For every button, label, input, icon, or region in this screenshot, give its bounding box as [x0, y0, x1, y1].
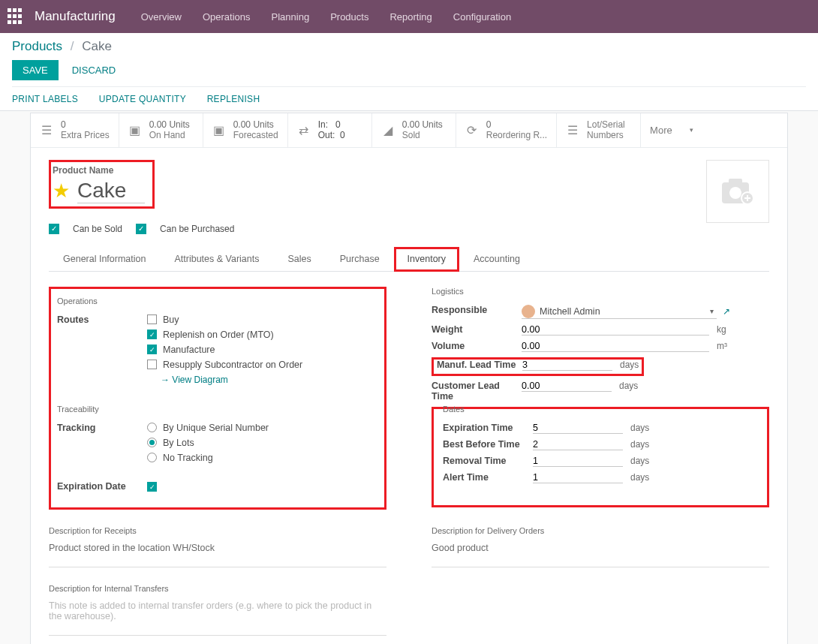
arrow-right-icon: →	[161, 375, 170, 385]
nav-configuration[interactable]: Configuration	[453, 11, 511, 23]
form-toolbar: PRINT LABELS UPDATE QUANTITY REPLENISH	[12, 86, 806, 110]
stat-extra-prices[interactable]: ☰ 0Extra Prices	[31, 113, 119, 147]
list-icon: ☰	[40, 123, 53, 137]
can-be-purchased-label: Can be Purchased	[160, 224, 234, 234]
tracking-serial-radio[interactable]	[147, 423, 157, 432]
topbar: Manufacturing Overview Operations Planni…	[0, 0, 818, 33]
tabs: General Information Attributes & Variant…	[49, 246, 769, 272]
removal-time-label: Removal Time	[443, 456, 533, 466]
tab-accounting[interactable]: Accounting	[459, 246, 534, 271]
can-be-purchased-checkbox[interactable]: ✓	[136, 224, 146, 234]
tab-general-info[interactable]: General Information	[49, 246, 160, 271]
routes-label: Routes	[57, 314, 147, 325]
weight-label: Weight	[432, 324, 522, 335]
tracking-lots-radio[interactable]	[147, 438, 157, 447]
breadcrumb-current: Cake	[82, 39, 112, 53]
best-before-time-label: Best Before Time	[443, 439, 533, 450]
view-diagram-link[interactable]: → View Diagram	[161, 375, 228, 385]
expiration-date-label: Expiration Date	[57, 481, 147, 492]
product-name-block: Product Name ★	[49, 160, 155, 209]
nav-reporting[interactable]: Reporting	[389, 11, 432, 23]
nav-planning[interactable]: Planning	[272, 11, 310, 23]
can-be-sold-label: Can be Sold	[73, 224, 122, 234]
chevron-down-icon: ▾	[690, 126, 693, 134]
stat-lot-serial[interactable]: ☰ Lot/SerialNumbers	[557, 113, 641, 147]
stat-on-hand[interactable]: ▣ 0.00 UnitsOn Hand	[119, 113, 203, 147]
customer-lead-time-label: Customer Lead Time	[432, 381, 522, 402]
desc-delivery-input[interactable]: Good product	[432, 543, 769, 567]
nav-overview[interactable]: Overview	[141, 11, 182, 23]
operations-title: Operations	[57, 296, 375, 305]
route-buy-checkbox[interactable]	[147, 314, 157, 324]
can-be-sold-checkbox[interactable]: ✓	[49, 224, 59, 234]
best-before-time-input[interactable]	[533, 439, 623, 450]
expiration-date-checkbox[interactable]: ✓	[147, 482, 157, 492]
alert-time-label: Alert Time	[443, 472, 533, 483]
update-quantity-button[interactable]: UPDATE QUANTITY	[99, 94, 186, 104]
stat-forecasted[interactable]: ▣ 0.00 UnitsForecasted	[203, 113, 288, 147]
product-name-label: Product Name	[53, 165, 145, 176]
alert-time-input[interactable]	[533, 472, 623, 483]
stat-more[interactable]: More ▾	[641, 113, 702, 147]
barcode-icon: ☰	[566, 123, 579, 137]
stat-buttons: ☰ 0Extra Prices ▣ 0.00 UnitsOn Hand ▣ 0.…	[31, 113, 787, 148]
weight-input[interactable]	[522, 324, 709, 336]
operations-traceability-block: Operations Routes Buy ✓Replenish on Orde…	[49, 287, 386, 510]
logistics-title: Logistics	[432, 287, 769, 296]
desc-delivery-title: Description for Delivery Orders	[432, 526, 769, 535]
avatar	[522, 305, 535, 318]
replenish-button[interactable]: REPLENISH	[207, 94, 260, 104]
expiration-time-label: Expiration Time	[443, 423, 533, 433]
breadcrumb: Products / Cake	[12, 39, 806, 54]
volume-input[interactable]	[522, 341, 709, 352]
customer-lead-time-input[interactable]	[522, 381, 612, 392]
nav-operations[interactable]: Operations	[203, 11, 251, 23]
save-button[interactable]: SAVE	[12, 60, 59, 80]
dates-title: Dates	[443, 405, 758, 414]
tab-purchase[interactable]: Purchase	[326, 246, 394, 271]
route-resupply-checkbox[interactable]	[147, 360, 157, 369]
discard-button[interactable]: DISCARD	[72, 65, 116, 76]
stat-reordering[interactable]: ⟳ 0Reordering R...	[456, 113, 557, 147]
desc-internal-title: Description for Internal Transfers	[49, 584, 386, 593]
removal-time-input[interactable]	[533, 456, 623, 467]
responsible-select[interactable]: Mitchell Admin ▾	[522, 305, 717, 319]
form-sheet: ☰ 0Extra Prices ▣ 0.00 UnitsOn Hand ▣ 0.…	[30, 113, 788, 644]
desc-receipts-title: Description for Receipts	[49, 526, 386, 535]
product-name-input[interactable]	[77, 179, 145, 203]
dates-block: Dates Expiration Time days Best Before T…	[432, 407, 769, 507]
route-mto-checkbox[interactable]: ✓	[147, 330, 157, 339]
stat-in-out[interactable]: ⇄ In: 0 Out: 0	[288, 113, 372, 147]
tab-inventory[interactable]: Inventory	[394, 247, 459, 272]
tracking-none-radio[interactable]	[147, 453, 157, 462]
chart-icon: ◢	[381, 123, 395, 137]
app-title: Manufacturing	[35, 9, 116, 24]
manuf-lead-time-block: Manuf. Lead Time days	[432, 357, 644, 376]
print-labels-button[interactable]: PRINT LABELS	[12, 94, 78, 104]
tab-attributes[interactable]: Attributes & Variants	[160, 246, 273, 271]
product-image-upload[interactable]	[706, 160, 769, 223]
route-manufacture-checkbox[interactable]: ✓	[147, 345, 157, 354]
breadcrumb-products[interactable]: Products	[12, 39, 62, 53]
manuf-lead-time-input[interactable]	[522, 360, 612, 371]
svg-point-2	[729, 187, 741, 199]
apps-icon[interactable]	[8, 8, 24, 25]
refresh-icon: ⟳	[465, 123, 479, 137]
expiration-time-input[interactable]	[533, 423, 623, 434]
camera-plus-icon	[721, 178, 754, 205]
chevron-down-icon: ▾	[710, 307, 714, 315]
favorite-star-icon[interactable]: ★	[53, 179, 70, 203]
external-link-icon[interactable]: ↗	[723, 306, 730, 317]
svg-rect-1	[729, 179, 742, 185]
stat-sold[interactable]: ◢ 0.00 UnitsSold	[372, 113, 456, 147]
responsible-label: Responsible	[432, 305, 522, 315]
nav-products[interactable]: Products	[330, 11, 368, 23]
cubes-icon: ▣	[128, 123, 142, 137]
exchange-icon: ⇄	[297, 123, 311, 137]
tab-sales[interactable]: Sales	[274, 246, 326, 271]
desc-internal-input[interactable]: This note is added to internal transfer …	[49, 600, 386, 636]
cubes-icon: ▣	[212, 123, 226, 137]
manuf-lead-time-label: Manuf. Lead Time	[437, 360, 522, 370]
desc-receipts-input[interactable]: Product stored in the location WH/Stock	[49, 543, 386, 567]
traceability-title: Traceability	[57, 405, 375, 414]
